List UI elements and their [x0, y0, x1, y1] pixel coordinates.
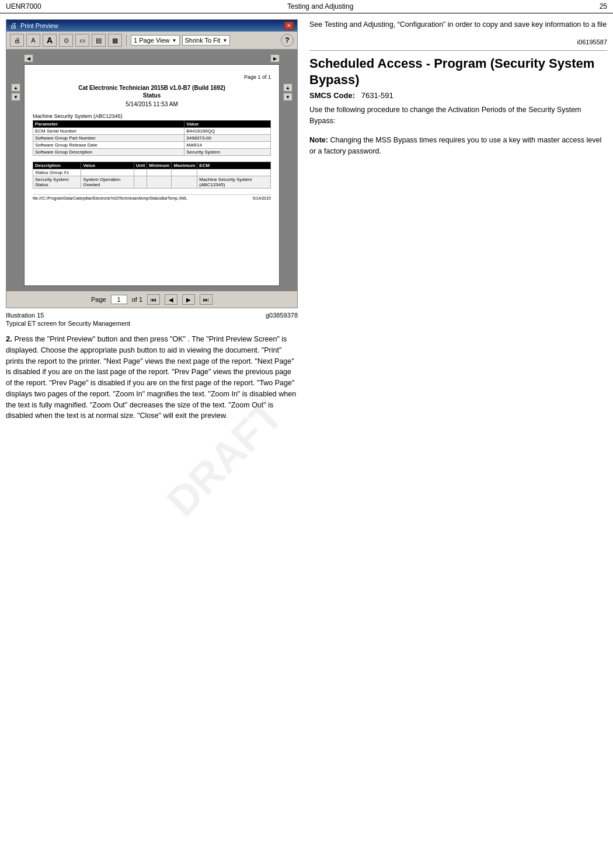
doc-page: Page 1 of 1 Cat Electronic Technician 20… [24, 64, 280, 286]
last-page-button[interactable]: ⏭ [200, 294, 213, 305]
footer-path: file:///C:/ProgramData/Caterpillar/Elect… [33, 196, 187, 200]
table-row: ECM Serial Number B4416190QQ [33, 128, 271, 135]
doc-number: UENR7000 [6, 2, 41, 11]
doc-title: Cat Electronic Technician 2015B v1.0-B7 … [33, 85, 271, 91]
page-of-label: of 1 [132, 296, 142, 303]
security-status-label: Security System Status [33, 176, 81, 189]
table-row: Software Group Part Number 3498373-00 [33, 135, 271, 142]
print-preview-window: 🖨 Print Preview ✕ 🖨 A A ⊙ ▭ ▤ ▦ 1 Page V… [6, 19, 298, 308]
table-row: Status Group #1 [33, 169, 271, 176]
smcs-value: 7631-591 [361, 91, 393, 100]
step2-text: Press the "Print Preview" button and the… [6, 335, 296, 420]
table-row: Software Group Description Security Syst… [33, 149, 271, 156]
param-sw-part: Software Group Part Number [33, 135, 184, 142]
help-button[interactable]: ? [281, 34, 294, 47]
col-minimum: Minimum [147, 162, 172, 169]
print-toolbar: 🖨 A A ⊙ ▭ ▤ ▦ 1 Page View ▼ Shrink To Fi… [6, 32, 297, 50]
see-text: See Testing and Adjusting, “Configuratio… [309, 19, 607, 30]
smcs-code: SMCS Code: 7631-591 [309, 91, 607, 100]
val-sw-desc: Security System [184, 149, 271, 156]
scroll-down-right-button[interactable]: ▼ [283, 93, 292, 101]
use-text: Use the following procedure to change th… [309, 104, 607, 127]
doc-date: 5/14/2015 11:53 AM [33, 101, 271, 107]
right-column: See Testing and Adjusting, “Configuratio… [309, 19, 607, 430]
camera-button[interactable]: ⊙ [59, 34, 73, 47]
smcs-label: SMCS Code: [309, 91, 355, 100]
toolbar-separator [126, 34, 127, 46]
table-row: Software Group Release Date MAR14 [33, 142, 271, 149]
ecm-source: Machine Security System (ABC12345) [197, 176, 271, 189]
section-title: Testing and Adjusting [287, 2, 353, 11]
rect-button[interactable]: ▭ [75, 34, 89, 47]
parameter-table: Parameter Value ECM Serial Number B44161… [33, 120, 271, 156]
prev-page-button[interactable]: ◀ [165, 294, 177, 305]
page-number-input[interactable] [111, 295, 127, 304]
page-preview-container: ◀ ▶ Page 1 of 1 Cat Electronic Technicia… [24, 54, 280, 286]
see-text-section: See Testing and Adjusting, “Configuratio… [309, 19, 607, 30]
scroll-up-right-button[interactable]: ▲ [283, 83, 292, 92]
col-description: Description [33, 162, 81, 169]
illustration-title: Typical ET screen for Security Managemen… [6, 320, 298, 327]
param-ecm-serial: ECM Serial Number [33, 128, 184, 135]
page-header: UENR7000 Testing and Adjusting 25 [0, 0, 613, 13]
val-sw-part: 3498373-00 [184, 135, 271, 142]
col-parameter: Parameter [33, 121, 184, 128]
status-table: Description Value Unit Minimum Maximum E… [33, 162, 271, 189]
col-value: Value [184, 121, 271, 128]
table1-title: Machine Security System (ABC12345) [33, 113, 271, 119]
print-preview-titlebar: 🖨 Print Preview ✕ [6, 20, 297, 32]
section-divider [309, 50, 607, 51]
scroll-right-button[interactable]: ▶ [270, 54, 280, 62]
page-view-label: 1 Page View [134, 37, 170, 44]
status-group-label: Status Group #1 [33, 169, 81, 176]
val-ecm-serial: B4416190QQ [184, 128, 271, 135]
col-ecm: ECM [197, 162, 271, 169]
shrink-to-fit-label: Shrink To Fit [185, 37, 221, 44]
print-button[interactable]: 🖨 [10, 34, 24, 47]
scroll-down-button[interactable]: ▼ [11, 93, 20, 101]
font-large-button[interactable]: A [43, 34, 57, 47]
security-status-value: System Operation Granted [81, 176, 134, 189]
scroll-right-col: ▲ ▼ [283, 54, 292, 101]
shrink-to-fit-dropdown[interactable]: Shrink To Fit ▼ [182, 35, 231, 46]
scroll-up-button[interactable]: ▲ [11, 83, 20, 92]
col-value2: Value [81, 162, 134, 169]
scroll-left-button[interactable]: ◀ [24, 54, 33, 62]
col-maximum: Maximum [172, 162, 197, 169]
page-view-arrow: ▼ [172, 38, 177, 43]
footer-date: 5/14/2015 [253, 196, 271, 200]
close-button[interactable]: ✕ [284, 22, 294, 30]
section-heading: Scheduled Access - Program (Security Sys… [309, 55, 607, 89]
note-label: Note: [309, 136, 328, 144]
preview-area: ▲ ▼ ◀ ▶ Page 1 of 1 Cat Electronic Techn… [6, 50, 297, 291]
scroll-left: ▲ ▼ [11, 54, 20, 101]
doc-footer: file:///C:/ProgramData/Caterpillar/Elect… [33, 194, 271, 200]
shrink-to-fit-arrow: ▼ [222, 38, 227, 43]
grid-button[interactable]: ▦ [108, 34, 122, 47]
step2-section: 2. Press the "Print Preview" button and … [6, 334, 298, 421]
illustration-caption-row: Illustration 15 g03859378 [6, 312, 298, 319]
step-number: 2. [6, 334, 12, 343]
page-button[interactable]: ▤ [92, 34, 106, 47]
param-sw-desc: Software Group Description [33, 149, 184, 156]
illustration-number: Illustration 15 [6, 312, 44, 319]
first-page-button[interactable]: ⏮ [147, 294, 160, 305]
param-sw-date: Software Group Release Date [33, 142, 184, 149]
val-sw-date: MAR14 [184, 142, 271, 149]
illustration-id: g03859378 [266, 312, 298, 319]
doc-page-number: Page 1 of 1 [33, 74, 271, 80]
doc-subtitle: Status [33, 92, 271, 99]
font-small-button[interactable]: A [26, 34, 40, 47]
page-view-dropdown[interactable]: 1 Page View ▼ [131, 35, 180, 46]
page-number: 25 [600, 2, 607, 11]
ref-id: i06195587 [309, 39, 607, 46]
page-topbar: ◀ ▶ [24, 54, 280, 62]
note-text: Changing the MSS Bypass times requires y… [309, 136, 601, 155]
col-unit: Unit [134, 162, 147, 169]
print-preview-title: Print Preview [20, 22, 58, 29]
next-page-button[interactable]: ▶ [182, 294, 195, 305]
print-preview-icon: 🖨 [10, 22, 17, 30]
page-navigation: Page of 1 ⏮ ◀ ▶ ⏭ [6, 291, 297, 308]
note-paragraph: Note: Changing the MSS Bypass times requ… [309, 135, 607, 157]
page-nav-label: Page [91, 296, 106, 303]
